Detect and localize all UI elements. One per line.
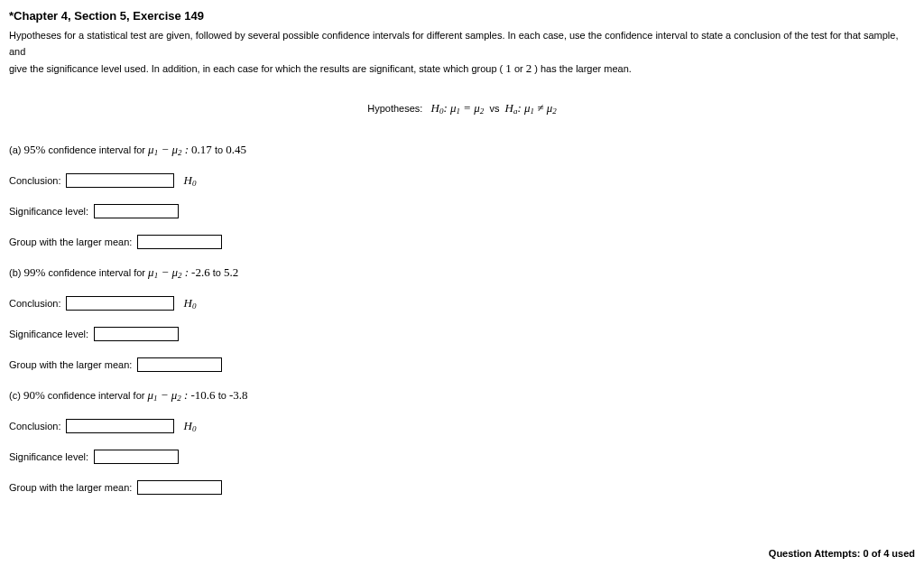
part-c-pct: 90% — [23, 388, 45, 403]
conclusion-label: Conclusion: — [9, 175, 60, 186]
mu-diff-a: μ1 − μ2 : — [148, 143, 189, 157]
part-b-header: (b) 99% confidence interval for μ1 − μ2 … — [9, 265, 915, 280]
part-c-hi: -3.8 — [229, 388, 248, 403]
part-c-to: to — [218, 390, 226, 401]
part-a-conclusion-row: Conclusion: H0 — [9, 173, 915, 188]
h0-text-c: H0 — [183, 419, 196, 433]
part-c-sig-input[interactable] — [94, 450, 179, 464]
part-c-group-row: Group with the larger mean: — [9, 480, 915, 495]
conclusion-label: Conclusion: — [9, 298, 60, 309]
sig-label: Significance level: — [9, 451, 88, 462]
mu-diff-b: μ1 − μ2 : — [148, 265, 189, 280]
part-b-group-input[interactable] — [137, 357, 222, 372]
vs-text: vs — [489, 103, 499, 114]
intro-line2-suffix: ) has the larger mean. — [534, 63, 632, 74]
group-label: Group with the larger mean: — [9, 237, 132, 247]
mu-diff-c: μ1 − μ2 : — [147, 388, 188, 403]
part-a-group-row: Group with the larger mean: — [9, 235, 915, 249]
part-c-sig-row: Significance level: — [9, 450, 915, 464]
part-a-sig-row: Significance level: — [9, 204, 915, 218]
alt-hypothesis: Ha: μ1 ≠ μ2 — [505, 101, 557, 115]
part-a-group-input[interactable] — [137, 235, 222, 249]
part-c-lo: -10.6 — [190, 388, 215, 403]
part-b-lo: -2.6 — [191, 265, 210, 280]
h0-text-b: H0 — [183, 296, 196, 311]
group-number-1: 1 — [505, 61, 512, 75]
part-a-conclusion-input[interactable] — [66, 173, 174, 188]
part-b-ci-label: confidence interval for — [48, 267, 145, 278]
part-b-group-row: Group with the larger mean: — [9, 357, 915, 372]
part-b-pct: 99% — [24, 265, 46, 280]
group-label: Group with the larger mean: — [9, 482, 132, 493]
part-b-conclusion-row: Conclusion: H0 — [9, 296, 915, 311]
hypotheses-label: Hypotheses: — [367, 103, 422, 114]
part-a-to: to — [215, 144, 223, 155]
sig-label: Significance level: — [9, 206, 88, 217]
part-b-sig-input[interactable] — [94, 327, 179, 341]
part-a-ci-label: confidence interval for — [48, 144, 145, 155]
part-c-ci-label: confidence interval for — [48, 390, 145, 401]
sig-label: Significance level: — [9, 329, 88, 339]
part-c-header: (c) 90% confidence interval for μ1 − μ2 … — [9, 388, 915, 403]
part-a-sig-input[interactable] — [94, 204, 179, 218]
part-a-pct: 95% — [24, 143, 46, 157]
part-c-tag: (c) — [9, 390, 21, 401]
part-a-tag: (a) — [9, 144, 21, 155]
part-a-lo: 0.17 — [191, 143, 212, 157]
hypotheses-line: Hypotheses: H0: μ1 = μ2 vs Ha: μ1 ≠ μ2 — [9, 101, 915, 116]
part-c-group-input[interactable] — [137, 480, 222, 495]
intro-line1: Hypotheses for a statistical test are gi… — [9, 30, 898, 57]
part-b-hi: 5.2 — [224, 265, 238, 280]
h0-text-a: H0 — [183, 173, 196, 188]
part-b-sig-row: Significance level: — [9, 327, 915, 341]
part-c-conclusion-input[interactable] — [66, 419, 174, 433]
page-title: *Chapter 4, Section 5, Exercise 149 — [9, 9, 915, 23]
null-hypothesis: H0: μ1 = μ2 — [431, 101, 485, 115]
group-label: Group with the larger mean: — [9, 359, 132, 370]
conclusion-label: Conclusion: — [9, 421, 60, 431]
part-a-hi: 0.45 — [226, 143, 246, 157]
part-b-tag: (b) — [9, 267, 21, 278]
part-b-to: to — [213, 267, 221, 278]
group-number-2: 2 — [526, 61, 532, 75]
intro-text: Hypotheses for a statistical test are gi… — [9, 28, 915, 79]
part-c-conclusion-row: Conclusion: H0 — [9, 419, 915, 433]
intro-or: or — [514, 63, 526, 74]
part-b-conclusion-input[interactable] — [66, 296, 174, 311]
intro-line2-prefix: give the significance level used. In add… — [9, 63, 505, 74]
part-a-header: (a) 95% confidence interval for μ1 − μ2 … — [9, 143, 915, 157]
